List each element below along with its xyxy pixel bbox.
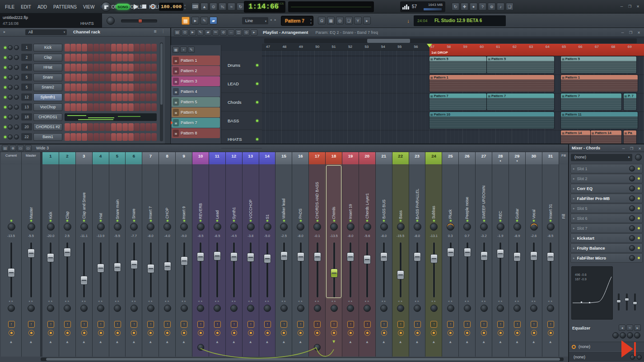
route-arrow[interactable]: ▲: [76, 340, 92, 344]
mixer-strip-chords-and-bass[interactable]: 17CHORDS AND BASS -0.1 ◂ ▸ ↑: [309, 152, 326, 357]
fx-enable-button[interactable]: ↑: [481, 321, 487, 328]
mixer-track-header[interactable]: Master: [22, 152, 40, 164]
slot-mix-knob[interactable]: [629, 195, 635, 201]
fx-enable-button[interactable]: ↑: [414, 321, 421, 328]
record-arm-button[interactable]: [298, 330, 303, 336]
record-arm-button[interactable]: [464, 330, 470, 336]
stereo-sep-knob[interactable]: [547, 305, 554, 312]
channel-number[interactable]: 13: [21, 103, 32, 111]
step-cell[interactable]: [93, 103, 99, 111]
channel-button[interactable]: Clap: [33, 54, 62, 61]
stereo-sep-knob[interactable]: [97, 305, 104, 312]
step-cell[interactable]: [134, 103, 140, 111]
step-cell[interactable]: [111, 84, 117, 91]
channel-volume-knob[interactable]: [14, 55, 19, 60]
step-cell[interactable]: [70, 84, 76, 91]
menu-item-file[interactable]: FILE: [2, 5, 18, 9]
mixer-track-header[interactable]: 8: [159, 152, 175, 164]
touch-icon[interactable]: ⊚: [488, 3, 495, 10]
step-cell[interactable]: [65, 54, 70, 61]
fx-enable-button[interactable]: ↑: [364, 321, 371, 328]
oscilloscope[interactable]: [288, 1, 374, 12]
step-cell[interactable]: [82, 74, 87, 81]
stereo-sep-knob[interactable]: [8, 305, 15, 312]
route-arrow[interactable]: ▲: [159, 340, 175, 344]
mixer-track-header[interactable]: 4: [93, 152, 109, 164]
fl-logo-icon[interactable]: [101, 2, 111, 12]
step-cell[interactable]: [122, 103, 128, 111]
stereo-sep-knob[interactable]: [297, 305, 304, 312]
pan-knob[interactable]: [247, 223, 255, 231]
step-cell[interactable]: [76, 123, 82, 131]
route-arrow[interactable]: ▲: [342, 340, 359, 344]
route-arrow[interactable]: ▲: [1, 340, 21, 344]
mixer-track-header[interactable]: 11: [209, 152, 225, 164]
close-icon[interactable]: ✕: [635, 4, 641, 9]
step-cell[interactable]: [99, 93, 105, 101]
pattern-draw-icon[interactable]: ✎: [188, 46, 195, 53]
step-cell[interactable]: [151, 133, 157, 141]
mixer-track-led[interactable]: [433, 220, 435, 222]
volume-fader[interactable]: [100, 242, 102, 297]
route-arrow[interactable]: ▲: [93, 340, 109, 344]
step-cell[interactable]: [140, 84, 145, 91]
pattern-add-icon[interactable]: +: [180, 46, 187, 53]
step-cell[interactable]: [88, 84, 93, 91]
mixer-track-header[interactable]: 31: [542, 152, 559, 164]
pan-knob[interactable]: [64, 223, 71, 231]
slice-icon[interactable]: ◫: [235, 29, 242, 36]
volume-fader[interactable]: [366, 242, 368, 297]
volume-fader[interactable]: [317, 242, 318, 297]
eq-band-knob[interactable]: [634, 332, 640, 339]
pan-knob[interactable]: [180, 223, 188, 231]
fx-enable-button[interactable]: ↑: [314, 321, 321, 328]
step-cell[interactable]: [122, 54, 128, 61]
step-cell[interactable]: [105, 133, 111, 141]
channel-button[interactable]: Snare: [33, 74, 62, 81]
channel-pan-knob[interactable]: [8, 135, 13, 139]
route-arrow[interactable]: ▲: [526, 340, 542, 344]
step-cell[interactable]: [111, 123, 117, 131]
playlist-track-header[interactable]: HHATS: [221, 130, 262, 149]
track-enable-led[interactable]: [256, 64, 258, 66]
pattern-menu-icon[interactable]: ▤: [173, 98, 179, 106]
route-arrow[interactable]: ▲: [359, 340, 375, 344]
volume-fader[interactable]: [200, 242, 201, 297]
mixer-track-header[interactable]: 14: [259, 152, 275, 164]
step-cell[interactable]: [88, 54, 93, 61]
record-arm-button[interactable]: [331, 330, 337, 336]
mixer-track-header[interactable]: 24: [425, 152, 442, 164]
volume-fader[interactable]: [233, 242, 235, 297]
delete-icon[interactable]: ✂: [212, 29, 219, 36]
channel-number[interactable]: 20: [21, 123, 32, 130]
step-cell[interactable]: [134, 74, 140, 81]
route-arrow[interactable]: ▲: [22, 340, 40, 344]
mixer-track-header[interactable]: 3: [76, 152, 92, 164]
slot-mix-knob[interactable]: [629, 235, 635, 241]
volume-fader[interactable]: [483, 242, 485, 297]
step-cell[interactable]: [105, 54, 111, 61]
stereo-sep-knob[interactable]: [464, 305, 471, 312]
mixer-track-header[interactable]: 30: [526, 152, 542, 164]
step-cell[interactable]: [99, 64, 105, 71]
record-arm-button[interactable]: [131, 330, 137, 336]
mixer-track-header[interactable]: 29◄: [509, 152, 525, 164]
step-cell[interactable]: [93, 44, 99, 51]
step-cell[interactable]: [65, 133, 70, 141]
step-cell[interactable]: [140, 93, 145, 101]
record-arm-button[interactable]: [48, 330, 54, 336]
volume-slider-thumb[interactable]: [138, 19, 142, 23]
step-cell[interactable]: [111, 93, 117, 101]
volume-fader[interactable]: [533, 242, 535, 297]
mixer-track-led[interactable]: [400, 220, 401, 222]
playlist-clip[interactable]: ▤P. 7: [624, 93, 636, 110]
clipboard-icon[interactable]: ❏: [345, 17, 353, 24]
fader-thumb[interactable]: [481, 251, 488, 260]
playlist-menu-icon[interactable]: ▤: [174, 29, 181, 36]
mixer-track-led[interactable]: [30, 220, 32, 222]
fader-thumb[interactable]: [447, 248, 454, 257]
pattern-item[interactable]: ▤ Pattern 4: [172, 87, 220, 97]
slot-enable-led[interactable]: [638, 167, 640, 170]
step-cell[interactable]: [76, 93, 82, 101]
send-knob[interactable]: [637, 355, 642, 360]
